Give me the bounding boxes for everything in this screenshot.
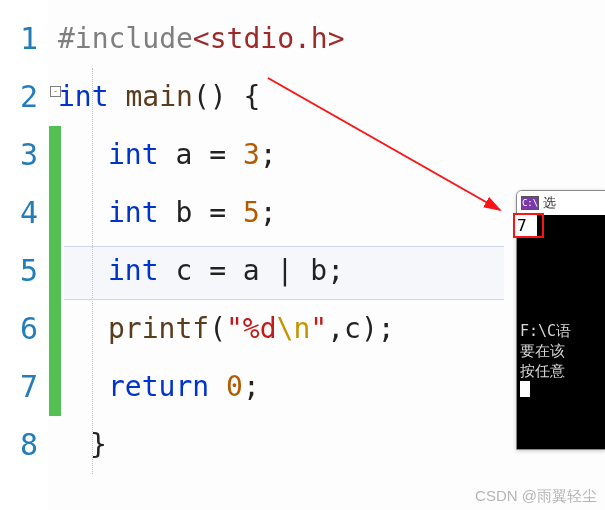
line-number: 7 [0, 358, 38, 416]
line-number-gutter: 1 2 3 4 5 6 7 8 [0, 0, 48, 510]
line-number: 5 [0, 242, 38, 300]
code-line-1: #include<stdio.h> [58, 10, 605, 68]
line-number: 1 [0, 10, 38, 68]
console-titlebar[interactable]: C:\ 选 [517, 191, 605, 215]
fold-minus-icon[interactable]: - [50, 86, 61, 97]
modified-indicator [49, 126, 61, 416]
line-number: 8 [0, 416, 38, 474]
cursor-icon [520, 381, 530, 397]
console-text: 要在该 [520, 342, 565, 360]
console-body[interactable]: F:\C语 要在该 按任意 [517, 215, 605, 450]
line-number: 6 [0, 300, 38, 358]
code-editor: 1 2 3 4 5 6 7 8 #include<stdio.h> -int m… [0, 0, 605, 510]
line-number: 3 [0, 126, 38, 184]
console-title: 选 [543, 194, 556, 212]
program-output: 7 [515, 215, 537, 236]
code-line-3: int a = 3; [58, 126, 605, 184]
code-line-2: -int main() { [58, 68, 605, 126]
line-number: 4 [0, 184, 38, 242]
watermark: CSDN @雨翼轻尘 [475, 487, 597, 506]
console-text: F:\C语 [520, 322, 571, 340]
console-icon: C:\ [521, 196, 539, 210]
output-highlight-box: 7 [513, 213, 544, 238]
line-number: 2 [0, 68, 38, 126]
console-text: 按任意 [520, 362, 565, 380]
